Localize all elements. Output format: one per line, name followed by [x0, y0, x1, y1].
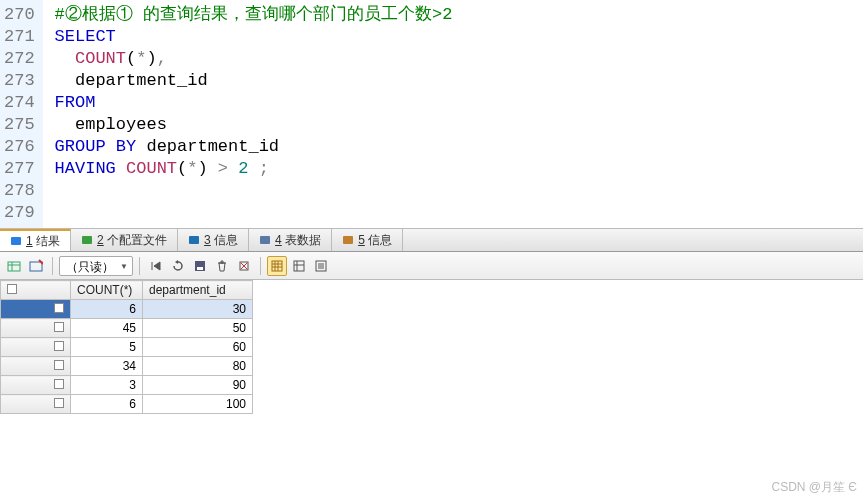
row-header[interactable] — [1, 300, 71, 319]
delete-icon[interactable] — [212, 256, 232, 276]
svg-rect-4 — [343, 236, 353, 244]
tab-2[interactable]: 2 个配置文件 — [71, 229, 178, 251]
grid-corner[interactable] — [1, 281, 71, 300]
tab-3[interactable]: 3 信息 — [178, 229, 249, 251]
sql-editor: 270271272273274275276277278279 #②根据① 的查询… — [0, 0, 863, 228]
line-number: 279 — [4, 202, 35, 224]
svg-rect-1 — [82, 236, 92, 244]
grid-export-icon-2[interactable] — [26, 256, 46, 276]
table-row[interactable]: 3480 — [1, 357, 253, 376]
row-header[interactable] — [1, 395, 71, 414]
row-header[interactable] — [1, 338, 71, 357]
svg-rect-10 — [197, 267, 203, 270]
tab-label: 5 信息 — [358, 232, 392, 249]
code-line[interactable]: HAVING COUNT(*) > 2 ; — [55, 158, 453, 180]
line-gutter: 270271272273274275276277278279 — [0, 0, 43, 228]
column-header[interactable]: COUNT(*) — [71, 281, 143, 300]
table-row[interactable]: 390 — [1, 376, 253, 395]
line-number: 273 — [4, 70, 35, 92]
cell[interactable]: 34 — [71, 357, 143, 376]
code-line[interactable] — [55, 202, 453, 224]
form-view-icon[interactable] — [289, 256, 309, 276]
code-line[interactable]: #②根据① 的查询结果，查询哪个部门的员工个数>2 — [55, 4, 453, 26]
toolbar-divider — [52, 257, 53, 275]
cancel-icon[interactable] — [234, 256, 254, 276]
line-number: 275 — [4, 114, 35, 136]
code-line[interactable]: FROM — [55, 92, 453, 114]
line-number: 270 — [4, 4, 35, 26]
line-number: 272 — [4, 48, 35, 70]
cell[interactable]: 5 — [71, 338, 143, 357]
cell[interactable]: 30 — [143, 300, 253, 319]
grid-export-icon[interactable] — [4, 256, 24, 276]
edit-mode-label: （只读） — [66, 260, 114, 274]
tab-icon — [81, 234, 93, 246]
toolbar-divider — [139, 257, 140, 275]
cell[interactable]: 6 — [71, 300, 143, 319]
line-number: 277 — [4, 158, 35, 180]
tab-icon — [10, 235, 22, 247]
tab-icon — [259, 234, 271, 246]
line-number: 274 — [4, 92, 35, 114]
first-row-icon[interactable] — [146, 256, 166, 276]
tab-label: 1 结果 — [26, 233, 60, 250]
table-row[interactable]: 6100 — [1, 395, 253, 414]
watermark: CSDN @月笙 Є — [772, 479, 857, 496]
cell[interactable]: 50 — [143, 319, 253, 338]
cell[interactable]: 3 — [71, 376, 143, 395]
save-icon[interactable] — [190, 256, 210, 276]
grid-view-icon[interactable] — [267, 256, 287, 276]
code-line[interactable]: department_id — [55, 70, 453, 92]
tab-label: 2 个配置文件 — [97, 232, 167, 249]
tab-label: 4 表数据 — [275, 232, 321, 249]
code-line[interactable]: COUNT(*), — [55, 48, 453, 70]
result-toolbar: （只读） — [0, 252, 863, 280]
tab-4[interactable]: 4 表数据 — [249, 229, 332, 251]
cell[interactable]: 80 — [143, 357, 253, 376]
column-header[interactable]: department_id — [143, 281, 253, 300]
code-line[interactable] — [55, 180, 453, 202]
svg-rect-5 — [8, 262, 20, 271]
edit-mode-select[interactable]: （只读） — [59, 256, 133, 276]
row-header[interactable] — [1, 357, 71, 376]
tab-5[interactable]: 5 信息 — [332, 229, 403, 251]
cell[interactable]: 6 — [71, 395, 143, 414]
toolbar-divider — [260, 257, 261, 275]
line-number: 276 — [4, 136, 35, 158]
row-header[interactable] — [1, 376, 71, 395]
table-row[interactable]: 630 — [1, 300, 253, 319]
svg-rect-19 — [294, 261, 304, 271]
cell[interactable]: 60 — [143, 338, 253, 357]
code-area[interactable]: #②根据① 的查询结果，查询哪个部门的员工个数>2SELECT COUNT(*)… — [43, 0, 453, 228]
result-tabs: 1 结果2 个配置文件3 信息4 表数据5 信息 — [0, 228, 863, 252]
svg-rect-14 — [272, 261, 282, 271]
cell[interactable]: 100 — [143, 395, 253, 414]
line-number: 271 — [4, 26, 35, 48]
table-row[interactable]: 560 — [1, 338, 253, 357]
cell[interactable]: 90 — [143, 376, 253, 395]
tab-1[interactable]: 1 结果 — [0, 229, 71, 251]
tab-icon — [188, 234, 200, 246]
tab-icon — [342, 234, 354, 246]
row-header[interactable] — [1, 319, 71, 338]
code-line[interactable]: SELECT — [55, 26, 453, 48]
table-row[interactable]: 4550 — [1, 319, 253, 338]
svg-rect-8 — [30, 262, 42, 271]
tab-label: 3 信息 — [204, 232, 238, 249]
refresh-icon[interactable] — [168, 256, 188, 276]
text-view-icon[interactable] — [311, 256, 331, 276]
result-grid[interactable]: COUNT(*)department_id6304550560348039061… — [0, 280, 863, 414]
code-line[interactable]: employees — [55, 114, 453, 136]
svg-rect-2 — [189, 236, 199, 244]
code-line[interactable]: GROUP BY department_id — [55, 136, 453, 158]
svg-rect-0 — [11, 237, 21, 245]
svg-rect-3 — [260, 236, 270, 244]
cell[interactable]: 45 — [71, 319, 143, 338]
line-number: 278 — [4, 180, 35, 202]
